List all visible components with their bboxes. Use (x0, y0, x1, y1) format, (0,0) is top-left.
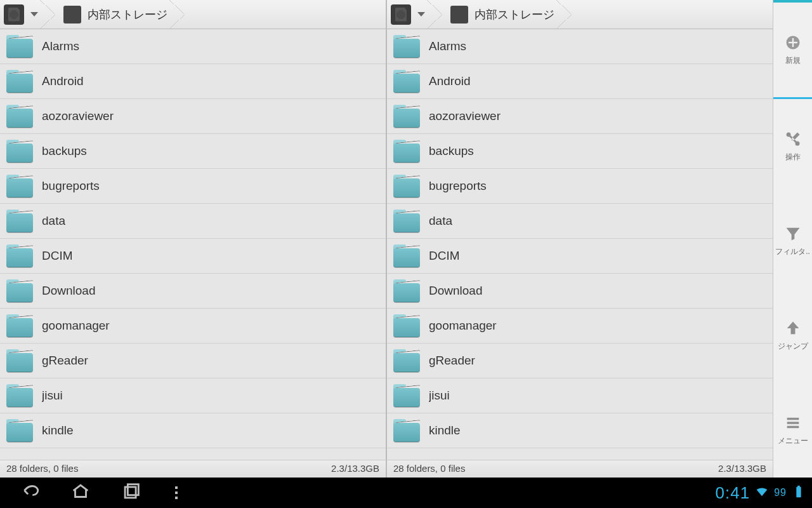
home-button[interactable] (70, 481, 91, 505)
list-item[interactable]: backups (0, 134, 386, 169)
list-item[interactable]: data (387, 204, 773, 239)
list-item[interactable]: goomanager (387, 309, 773, 344)
list-item[interactable]: Android (387, 64, 773, 99)
action-label: メニュー (778, 436, 808, 446)
file-name: goomanager (429, 319, 497, 333)
battery-percent: 99 (774, 487, 787, 498)
overflow-menu-button[interactable] (171, 486, 178, 499)
file-name: jisui (429, 389, 450, 403)
folder-icon (6, 349, 33, 372)
file-name: bugreports (429, 179, 487, 193)
list-item[interactable]: Android (0, 64, 386, 99)
folder-icon (6, 419, 33, 442)
svg-rect-4 (787, 422, 799, 424)
pane-status: 28 folders, 0 files2.3/13.3GB (387, 460, 773, 478)
menu-icon (784, 414, 802, 432)
file-name: Android (429, 74, 471, 88)
list-item[interactable]: jisui (387, 378, 773, 413)
svg-rect-5 (787, 426, 799, 429)
list-item[interactable]: kindle (387, 413, 773, 448)
status-storage: 2.3/13.3GB (718, 463, 766, 474)
folder-icon (393, 140, 420, 163)
folder-icon (393, 419, 420, 442)
list-item[interactable]: bugreports (0, 169, 386, 204)
back-button[interactable] (19, 481, 41, 505)
folder-icon (6, 140, 33, 163)
status-storage: 2.3/13.3GB (331, 463, 379, 474)
chevron-down-icon (417, 12, 425, 17)
folder-icon (6, 105, 33, 128)
list-item[interactable]: backups (387, 134, 773, 169)
action-sidebar: 新規 操作 フィルタ.. ジャンプ メニュー (773, 0, 812, 478)
folder-icon (6, 314, 33, 337)
file-name: goomanager (42, 319, 110, 333)
list-item[interactable]: jisui (0, 378, 386, 413)
recent-apps-button[interactable] (121, 481, 142, 505)
action-jump[interactable]: ジャンプ (773, 288, 812, 383)
folder-icon (393, 35, 420, 58)
action-filter[interactable]: フィルタ.. (773, 194, 812, 288)
breadcrumb: 内部ストレージ (387, 0, 773, 29)
folder-icon (393, 244, 420, 267)
file-name: data (42, 214, 65, 228)
action-label: 操作 (785, 152, 801, 163)
list-item[interactable]: Download (0, 274, 386, 309)
list-item[interactable]: DCIM (0, 239, 386, 274)
folder-icon (6, 279, 33, 302)
file-list[interactable]: AlarmsAndroidaozoraviewerbackupsbugrepor… (387, 29, 773, 460)
wifi-icon (755, 483, 769, 503)
list-item[interactable]: gReader (387, 344, 773, 378)
folder-icon (393, 70, 420, 93)
file-list[interactable]: AlarmsAndroidaozoraviewerbackupsbugrepor… (0, 29, 386, 460)
file-name: kindle (429, 424, 461, 438)
status-count: 28 folders, 0 files (6, 463, 78, 474)
folder-icon (6, 35, 33, 58)
breadcrumb-label: 内部ストレージ (88, 7, 167, 22)
list-item[interactable]: aozoraviewer (387, 99, 773, 134)
tools-icon (784, 130, 802, 148)
svg-rect-3 (787, 418, 799, 420)
storage-icon (450, 6, 468, 23)
list-item[interactable]: bugreports (387, 169, 773, 204)
action-label: 新規 (785, 55, 801, 66)
breadcrumb-item[interactable]: 内部ストレージ (55, 0, 184, 29)
android-navbar: 0:41 99 (0, 478, 812, 508)
list-item[interactable]: Download (387, 274, 773, 309)
folder-icon (393, 279, 420, 302)
list-item[interactable]: data (0, 204, 386, 239)
sdcard-icon (391, 4, 411, 25)
svg-rect-2 (789, 42, 797, 43)
list-item[interactable]: Alarms (387, 29, 773, 64)
action-operate[interactable]: 操作 (773, 99, 812, 194)
svg-rect-7 (128, 485, 138, 495)
arrow-up-icon (784, 319, 802, 337)
folder-icon (393, 210, 420, 232)
file-name: Download (429, 284, 483, 298)
funnel-icon (784, 225, 802, 243)
file-name: Alarms (429, 39, 466, 53)
file-name: DCIM (42, 249, 73, 263)
breadcrumb-root[interactable] (0, 0, 55, 29)
breadcrumb-label: 内部ストレージ (475, 7, 554, 22)
action-new[interactable]: 新規 (773, 3, 812, 99)
file-name: Alarms (42, 39, 79, 53)
action-menu[interactable]: メニュー (773, 383, 812, 478)
status-count: 28 folders, 0 files (393, 463, 465, 474)
chevron-down-icon (30, 12, 38, 17)
list-item[interactable]: aozoraviewer (0, 99, 386, 134)
file-name: gReader (42, 354, 88, 368)
breadcrumb-item[interactable]: 内部ストレージ (442, 0, 571, 29)
list-item[interactable]: goomanager (0, 309, 386, 344)
breadcrumb-root[interactable] (387, 0, 442, 29)
list-item[interactable]: Alarms (0, 29, 386, 64)
file-name: jisui (42, 389, 63, 403)
folder-icon (6, 70, 33, 93)
folder-icon (393, 349, 420, 372)
action-label: ジャンプ (778, 341, 808, 352)
list-item[interactable]: kindle (0, 413, 386, 448)
pane-status: 28 folders, 0 files2.3/13.3GB (0, 460, 386, 478)
list-item[interactable]: gReader (0, 344, 386, 378)
sdcard-icon (4, 4, 24, 25)
file-pane: 内部ストレージAlarmsAndroidaozoraviewerbackupsb… (386, 0, 773, 478)
list-item[interactable]: DCIM (387, 239, 773, 274)
